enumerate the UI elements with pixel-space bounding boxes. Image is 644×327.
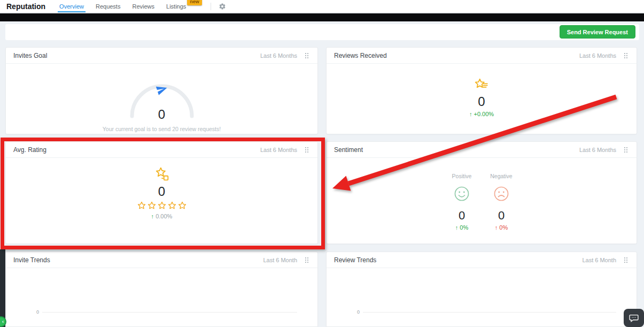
toolbar-panel: Send Review Request (5, 24, 639, 40)
up-arrow-icon: ↑ (151, 213, 154, 219)
negative-delta: 0% (499, 224, 508, 231)
card-title: Avg. Rating (13, 146, 260, 154)
kebab-menu-icon[interactable] (623, 146, 629, 154)
tab-reviews[interactable]: Reviews (132, 0, 154, 12)
star-list-icon (474, 78, 489, 94)
top-navbar: Reputation Overview Requests Reviews Lis… (0, 0, 644, 13)
avg-rating-value: 0 (158, 185, 165, 199)
tab-listings[interactable]: Listings (166, 0, 186, 12)
sentiment-header: Sentiment Last 6 Months (327, 142, 637, 158)
reviews-received-card: Reviews Received Last 6 Months 0 ↑ +0.00… (326, 47, 637, 134)
period-label: Last 6 Months (260, 52, 297, 59)
invites-goal-value: 0 (127, 108, 197, 121)
kebab-menu-icon[interactable] (304, 51, 310, 60)
invites-goal-header: Invites Goal Last 6 Months (6, 48, 317, 64)
star-outline-icon (178, 201, 187, 210)
send-review-request-button[interactable]: Send Review Request (560, 25, 635, 39)
sentiment-card: Sentiment Last 6 Months Positive 0 ↑ 0% … (326, 141, 637, 244)
invite-trends-card: Invite Trends Last 6 Month 0 (5, 252, 318, 327)
y-axis-zero-label: 0 (352, 309, 360, 315)
collapsed-sidebar-strip (0, 249, 5, 327)
reviews-received-header: Reviews Received Last 6 Months (327, 48, 637, 64)
sentiment-positive-column: Positive 0 ↑ 0% (442, 173, 482, 231)
review-trends-card: Review Trends Last 6 Month 0 (326, 252, 637, 327)
kebab-menu-icon[interactable] (304, 256, 310, 264)
smiley-sad-icon (493, 186, 509, 204)
card-title: Invites Goal (13, 52, 260, 59)
positive-delta: 0% (460, 224, 468, 231)
reviews-received-value: 0 (478, 95, 485, 109)
new-badge: new (187, 0, 202, 5)
chat-bubble-icon (629, 313, 639, 323)
nav-tabs: Overview Requests Reviews Listings (59, 0, 186, 12)
gear-icon[interactable] (219, 3, 226, 10)
tab-overview[interactable]: Overview (59, 0, 84, 12)
star-box-icon (154, 166, 169, 184)
period-label: Last 6 Months (260, 147, 297, 153)
invites-goal-caption: Your current goal is to send 20 review r… (6, 126, 317, 132)
chat-widget-button[interactable] (624, 309, 644, 327)
star-outline-icon (168, 201, 176, 210)
tab-requests[interactable]: Requests (96, 0, 120, 12)
up-arrow-icon: ↑ (495, 224, 498, 231)
y-axis-zero-label: 0 (32, 309, 39, 315)
invites-goal-gauge: 0 (127, 80, 197, 118)
period-label: Last 6 Month (263, 257, 297, 263)
period-label: Last 6 Month (582, 257, 616, 263)
avg-rating-delta: 0.00% (156, 213, 172, 219)
card-title: Review Trends (334, 256, 582, 264)
up-arrow-icon: ↑ (455, 224, 459, 231)
page-title: Reputation (6, 2, 45, 11)
star-outline-icon (158, 201, 166, 210)
rating-stars (137, 201, 187, 210)
up-arrow-icon: ↑ (469, 111, 472, 117)
sentiment-negative-column: Negative 0 ↑ 0% (482, 173, 521, 231)
card-title: Sentiment (334, 146, 579, 154)
period-label: Last 6 Months (579, 147, 616, 153)
dark-top-bar (0, 13, 644, 21)
smiley-happy-icon (454, 186, 470, 204)
avg-rating-header: Avg. Rating Last 6 Months (6, 142, 317, 158)
period-label: Last 6 Months (579, 52, 616, 59)
invite-trends-header: Invite Trends Last 6 Month (6, 252, 317, 268)
kebab-menu-icon[interactable] (623, 51, 629, 60)
card-title: Reviews Received (334, 52, 579, 59)
negative-label: Negative (490, 173, 512, 179)
review-trends-header: Review Trends Last 6 Month (327, 252, 637, 268)
positive-label: Positive (452, 173, 472, 179)
paper-plane-icon (156, 83, 168, 98)
star-outline-icon (137, 201, 146, 210)
card-title: Invite Trends (13, 256, 263, 264)
invites-goal-card: Invites Goal Last 6 Months 0 Your curren… (5, 47, 318, 134)
chart-baseline (363, 312, 616, 313)
nav-divider (211, 3, 211, 10)
avg-rating-card: Avg. Rating Last 6 Months 0 ↑ 0.00% (5, 141, 318, 244)
reviews-received-delta: +0.00% (474, 111, 494, 117)
positive-value: 0 (459, 209, 465, 222)
kebab-menu-icon[interactable] (623, 256, 629, 264)
star-outline-icon (148, 201, 156, 210)
kebab-menu-icon[interactable] (304, 146, 310, 154)
negative-value: 0 (498, 209, 505, 222)
chart-baseline (42, 312, 297, 313)
